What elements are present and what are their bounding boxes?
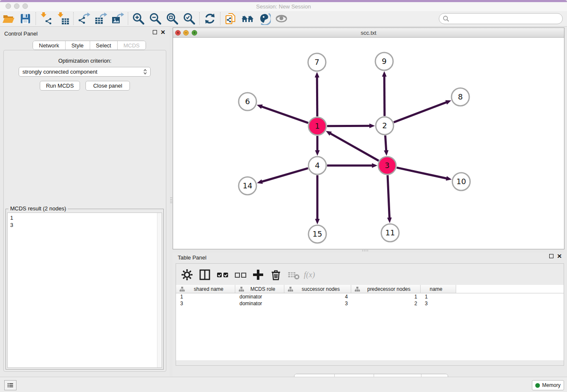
tab-select[interactable]: Select	[90, 41, 118, 50]
cell-predecessor-nodes[interactable]: 1	[351, 293, 421, 300]
column-header-predecessor-nodes[interactable]: predecessor nodes	[351, 285, 421, 293]
graph-edge-4-3[interactable]	[327, 163, 377, 168]
cell-name[interactable]: 3	[421, 300, 456, 307]
horizontal-splitter[interactable]	[173, 249, 564, 252]
search-input[interactable]	[450, 14, 562, 23]
table-panel-content: f(x) shared name MCDS role successor nod…	[176, 263, 564, 366]
refresh-icon[interactable]	[201, 11, 218, 26]
graph-edge-3-1[interactable]	[326, 131, 379, 160]
column-header-successor-nodes[interactable]: successor nodes	[284, 285, 351, 293]
save-session-icon[interactable]	[17, 11, 34, 26]
graph-node-8[interactable]: 8	[451, 88, 469, 106]
graph-node-4[interactable]: 4	[308, 157, 326, 174]
zoom-fit-icon[interactable]	[164, 11, 181, 26]
task-history-button[interactable]	[4, 380, 17, 390]
cell-mcds-role[interactable]: dominator	[235, 300, 284, 307]
clone-network-icon[interactable]	[222, 11, 239, 26]
graph-node-10[interactable]: 10	[452, 173, 470, 190]
graph-node-3[interactable]: 3	[378, 157, 396, 174]
cell-mcds-role[interactable]: dominator	[235, 293, 284, 300]
titlebar[interactable]: Session: New Session	[0, 2, 567, 11]
export-network-icon[interactable]	[75, 11, 92, 26]
cell-shared-name[interactable]: 3	[176, 300, 235, 307]
tab-mcds[interactable]: MCDS	[118, 41, 146, 50]
cell-successor-nodes[interactable]: 4	[284, 293, 351, 300]
graph-node-11[interactable]: 11	[381, 224, 399, 242]
export-image-icon[interactable]	[109, 11, 126, 26]
column-header-name[interactable]: name	[421, 285, 456, 293]
run-mcds-button[interactable]: Run MCDS	[40, 81, 80, 91]
function-builder-icon: f(x)	[304, 270, 315, 279]
graph-node-14[interactable]: 14	[239, 177, 256, 195]
graph-node-9[interactable]: 9	[375, 52, 393, 70]
delete-column-icon[interactable]	[268, 268, 284, 282]
memory-button[interactable]: Memory	[532, 380, 564, 390]
column-header-mcds-role[interactable]: MCDS role	[235, 285, 284, 293]
vertical-splitter[interactable]	[170, 27, 173, 377]
splitter-grip[interactable]	[362, 250, 368, 251]
graph-edge-1-7[interactable]	[315, 72, 319, 116]
cell-shared-name[interactable]: 1	[176, 293, 235, 300]
graph-node-15[interactable]: 15	[308, 225, 326, 243]
column-header-shared-name[interactable]: shared name	[176, 285, 235, 293]
import-table-icon[interactable]	[55, 11, 72, 26]
close-panel-icon[interactable]: ✕	[160, 30, 165, 34]
graph-edge-1-4[interactable]	[315, 136, 320, 156]
optimization-criterion-select[interactable]: strongly connected component	[19, 67, 151, 77]
graph-edge-2-3[interactable]	[384, 135, 388, 156]
table-row[interactable]: 3 dominator 3 2 3	[176, 300, 564, 307]
graph-node-6[interactable]: 6	[239, 93, 256, 110]
cell-successor-nodes[interactable]: 3	[284, 300, 351, 307]
graph-node-2[interactable]: 2	[376, 117, 394, 135]
graph-node-1[interactable]: 1	[308, 117, 326, 135]
table-toolbar: f(x)	[179, 267, 315, 282]
memory-label: Memory	[542, 382, 560, 388]
splitter-grip[interactable]	[170, 197, 172, 203]
float-panel-icon[interactable]	[549, 254, 553, 258]
deselect-all-icon[interactable]	[233, 268, 248, 282]
graph-edge-1-2[interactable]	[327, 124, 375, 128]
svg-text:6: 6	[245, 97, 250, 106]
float-panel-icon[interactable]	[153, 30, 157, 34]
open-session-icon[interactable]	[0, 11, 17, 26]
graph-edge-3-11[interactable]	[387, 175, 392, 223]
tab-style[interactable]: Style	[66, 41, 90, 50]
column-selector-icon[interactable]	[197, 268, 212, 282]
close-panel-button[interactable]: Close panel	[85, 81, 130, 91]
export-table-icon[interactable]	[92, 11, 109, 26]
graph-edge-3-10[interactable]	[396, 168, 451, 181]
svg-text:2: 2	[382, 121, 387, 130]
close-panel-icon[interactable]: ✕	[557, 254, 562, 258]
cell-predecessor-nodes[interactable]: 2	[351, 300, 421, 307]
zoom-selected-icon[interactable]	[181, 11, 198, 26]
network-window-titlebar[interactable]: × − + scc.txt	[173, 28, 564, 38]
graph-edge-2-9[interactable]	[382, 71, 387, 116]
settings-gear-icon[interactable]	[179, 268, 195, 282]
window-title: Session: New Session	[0, 3, 567, 10]
home-icon[interactable]	[239, 11, 256, 26]
graph-node-7[interactable]: 7	[308, 53, 326, 71]
zoom-in-icon[interactable]	[130, 11, 147, 26]
cell-name[interactable]: 1	[421, 293, 456, 300]
show-hide-icon[interactable]	[273, 11, 290, 26]
graph-edge-4-14[interactable]	[257, 168, 308, 184]
mcds-result-textarea[interactable]: 1 3	[7, 213, 162, 368]
graph-edge-4-15[interactable]	[315, 175, 320, 224]
zoom-out-icon[interactable]	[147, 11, 164, 26]
graph-edge-1-6[interactable]	[257, 105, 308, 123]
optimization-criterion-label: Optimization criterion:	[0, 58, 170, 64]
result-scrollbar[interactable]	[157, 213, 162, 367]
toolbar-separator	[220, 12, 220, 25]
add-column-icon[interactable]	[250, 268, 266, 282]
status-bar: Memory	[0, 377, 567, 392]
toggle-graphics-details-icon[interactable]	[256, 11, 273, 26]
table-row[interactable]: 1 dominator 4 1 1	[176, 293, 564, 300]
graph-edge-2-8[interactable]	[394, 100, 451, 122]
select-all-icon[interactable]	[215, 268, 230, 282]
search-field[interactable]	[439, 13, 563, 24]
svg-text:9: 9	[382, 57, 386, 66]
tab-network[interactable]: Network	[33, 41, 66, 50]
network-canvas[interactable]: 7968124314101511	[173, 38, 564, 249]
import-network-icon[interactable]	[38, 11, 55, 26]
control-panel-title: Control Panel	[4, 30, 38, 37]
